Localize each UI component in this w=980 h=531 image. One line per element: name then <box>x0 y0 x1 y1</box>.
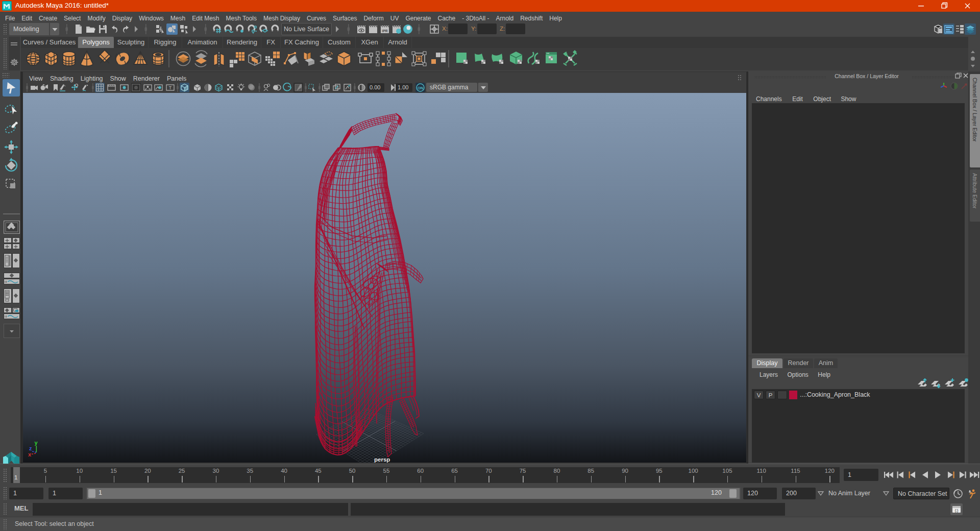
svg-text:T: T <box>169 85 172 90</box>
svg-text:z: z <box>29 445 32 451</box>
svg-text:{;}: {;} <box>955 509 959 513</box>
svg-text:y: y <box>35 440 38 446</box>
svg-text:ON: ON <box>418 86 423 90</box>
svg-text:x: x <box>28 451 32 457</box>
svg-text:IPR: IPR <box>382 29 388 33</box>
